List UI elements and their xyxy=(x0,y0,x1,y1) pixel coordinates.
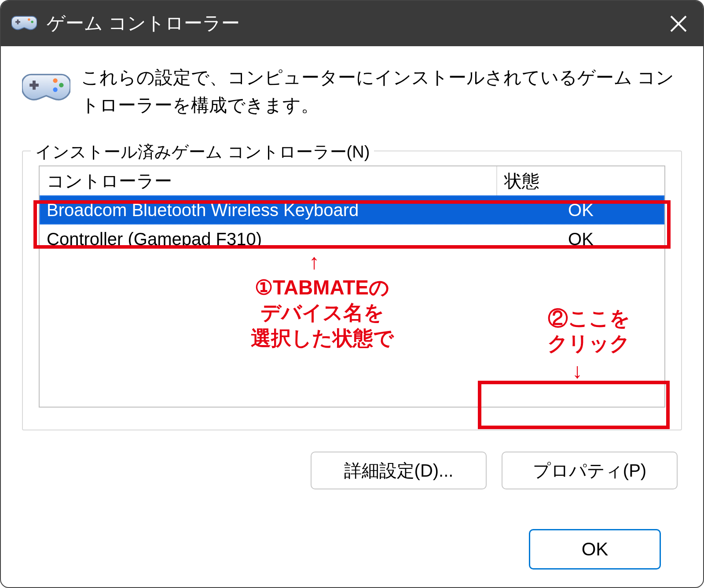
list-row[interactable]: Broadcom Bluetooth Wireless Keyboard OK xyxy=(40,195,664,224)
list-row[interactable]: Controller (Gamepad F310) OK xyxy=(40,224,664,254)
gamepad-icon xyxy=(11,11,37,36)
list-header: コントローラー 状態 xyxy=(40,166,664,195)
game-controllers-dialog: ゲーム コントローラー xyxy=(0,0,704,588)
window-title: ゲーム コントローラー xyxy=(47,11,240,36)
svg-rect-3 xyxy=(15,21,20,23)
svg-rect-8 xyxy=(29,84,39,87)
properties-button[interactable]: プロパティ(P) xyxy=(502,452,678,489)
titlebar: ゲーム コントローラー xyxy=(1,1,703,46)
gamepad-icon xyxy=(22,64,70,103)
close-icon[interactable] xyxy=(669,14,687,33)
svg-point-6 xyxy=(53,88,57,92)
svg-point-5 xyxy=(59,83,63,87)
cell-name: Broadcom Bluetooth Wireless Keyboard xyxy=(40,195,497,224)
cell-status: OK xyxy=(497,224,664,254)
column-status[interactable]: 状態 xyxy=(497,166,664,195)
group-legend: インストール済みゲーム コントローラー(N) xyxy=(31,141,374,163)
advanced-button[interactable]: 詳細設定(D)... xyxy=(311,452,487,489)
svg-point-4 xyxy=(53,78,57,83)
svg-point-1 xyxy=(31,21,33,23)
column-name[interactable]: コントローラー xyxy=(40,166,497,195)
ok-button[interactable]: OK xyxy=(529,529,661,570)
cell-status: OK xyxy=(497,195,664,224)
svg-point-0 xyxy=(28,18,30,21)
controllers-list[interactable]: コントローラー 状態 Broadcom Bluetooth Wireless K… xyxy=(39,165,665,408)
installed-controllers-group: インストール済みゲーム コントローラー(N) コントローラー 状態 Broadc… xyxy=(22,151,682,430)
dialog-description: これらの設定で、コンピューターにインストールされているゲーム コントローラーを構… xyxy=(81,64,682,120)
cell-name: Controller (Gamepad F310) xyxy=(40,224,497,254)
